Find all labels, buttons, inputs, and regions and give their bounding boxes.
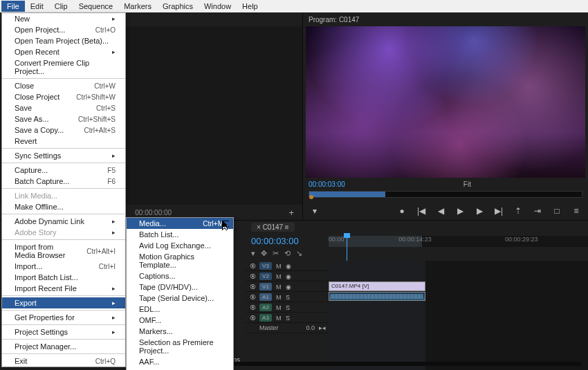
menubar[interactable]: File Edit Clip Sequence Markers Graphics… — [0, 0, 588, 12]
export-submenu[interactable]: Media...Ctrl+MBatch List...Avid Log Exch… — [126, 217, 234, 370]
menu-item-label: Motion Graphics Template... — [139, 252, 223, 269]
add-marker-icon[interactable]: + — [288, 207, 294, 218]
track-a1[interactable]: ⦿A1MS — [246, 292, 329, 302]
step-forward-icon[interactable]: ▶ — [475, 206, 484, 216]
file-menu-item[interactable]: Sync Settings▸ — [2, 150, 125, 161]
menu-shortcut: Ctrl+Q — [95, 358, 116, 365]
export-menu-item[interactable]: Motion Graphics Template... — [127, 251, 233, 270]
file-menu-dropdown[interactable]: New▸Open Project...Ctrl+OOpen Team Proje… — [1, 12, 126, 367]
step-back-icon[interactable]: ◀ — [436, 206, 445, 216]
menu-sequence[interactable]: Sequence — [73, 1, 119, 12]
export-menu-item[interactable]: OMF... — [127, 315, 233, 326]
track-v3[interactable]: ⦿V3M◉ — [246, 261, 329, 271]
timeline-lanes[interactable]: C0147.MP4 [V] — [329, 261, 588, 370]
export-frame-icon[interactable]: □ — [552, 206, 562, 216]
file-menu-item[interactable]: ExitCtrl+Q — [2, 355, 125, 367]
extract-icon[interactable]: ⇥ — [533, 206, 542, 216]
track-v2[interactable]: ⦿V2M◉ — [246, 271, 329, 281]
file-menu-item[interactable]: Capture...F5 — [2, 165, 125, 176]
video-clip[interactable]: C0147.MP4 [V] — [329, 281, 425, 291]
export-menu-item[interactable]: Final Cut Pro XML... — [127, 367, 233, 370]
file-menu-item[interactable]: Batch Capture...F6 — [2, 176, 125, 187]
export-menu-item[interactable]: Captions... — [127, 270, 233, 281]
file-menu-item[interactable]: Adobe Dynamic Link▸ — [2, 216, 125, 227]
audio-clip[interactable] — [329, 292, 425, 301]
program-scrubber[interactable] — [309, 191, 582, 198]
program-timecode[interactable]: 00:00:03:00 — [309, 181, 345, 188]
menu-item-label: Open Team Project (Beta)... — [15, 37, 109, 45]
menu-item-label: EDL... — [139, 305, 160, 313]
snap-icon[interactable]: ▾ — [251, 249, 255, 258]
submenu-arrow-icon: ▸ — [112, 314, 116, 321]
file-menu-item[interactable]: Save As...Ctrl+Shift+S — [2, 113, 125, 124]
export-menu-item[interactable]: AAF... — [127, 356, 233, 367]
file-menu-item[interactable]: Get Properties for▸ — [2, 312, 125, 323]
menu-item-label: Tape (DV/HDV)... — [139, 283, 198, 291]
menu-edit[interactable]: Edit — [25, 1, 49, 12]
menu-file[interactable]: File — [1, 1, 25, 12]
export-menu-item[interactable]: Avid Log Exchange... — [127, 240, 233, 251]
menu-graphics[interactable]: Graphics — [157, 1, 199, 12]
menu-help[interactable]: Help — [237, 1, 264, 12]
file-menu-item[interactable]: CloseCtrl+W — [2, 80, 125, 91]
file-menu-item[interactable]: Import...Ctrl+I — [2, 261, 125, 272]
program-monitor[interactable] — [306, 26, 585, 178]
file-menu-item[interactable]: Export▸ — [2, 297, 125, 308]
file-menu-item[interactable]: Import Batch List... — [2, 272, 125, 283]
file-menu-item[interactable]: Close ProjectCtrl+Shift+W — [2, 91, 125, 102]
submenu-arrow-icon: ▸ — [112, 48, 116, 55]
export-menu-item[interactable]: Batch List... — [127, 229, 233, 240]
file-menu-item[interactable]: Import from Media BrowserCtrl+Alt+I — [2, 241, 125, 261]
menu-item-label: Link Media... — [15, 192, 57, 200]
file-menu-item[interactable]: Open Team Project (Beta)... — [2, 35, 125, 46]
menu-item-label: Make Offline... — [15, 203, 64, 211]
file-menu-item: Adobe Story▸ — [2, 227, 125, 238]
menu-shortcut: Ctrl+Shift+S — [78, 115, 116, 123]
track-headers: ⦿V3M◉ ⦿V2M◉ ⦿V1M◉ ⦿A1MS ⦿A2MS ⦿A3MS Mast… — [246, 261, 329, 370]
go-to-in-icon[interactable]: |◀ — [416, 206, 426, 216]
file-menu-item[interactable]: Open Project...Ctrl+O — [2, 24, 125, 35]
timeline-ruler[interactable]: 00:00 00:00:14:23 00:00:29:23 — [329, 233, 588, 261]
file-menu-item[interactable]: Make Offline... — [2, 201, 125, 212]
menu-window[interactable]: Window — [199, 1, 237, 12]
go-to-out-icon[interactable]: ▶| — [494, 206, 504, 216]
file-menu-item[interactable]: Project Settings▸ — [2, 326, 125, 337]
export-menu-item[interactable]: Markers... — [127, 326, 233, 337]
export-menu-item[interactable]: Selection as Premiere Project... — [127, 337, 233, 356]
file-menu-item[interactable]: Revert — [2, 136, 125, 147]
menu-item-label: Convert Premiere Clip Project... — [15, 59, 116, 75]
marker-icon[interactable]: ▾ — [310, 206, 320, 216]
record-icon[interactable]: ● — [397, 206, 407, 216]
track-a2[interactable]: ⦿A2MS — [246, 302, 329, 313]
file-menu-item[interactable]: SaveCtrl+S — [2, 102, 125, 113]
menu-item-label: Adobe Story — [15, 228, 57, 237]
file-menu-item[interactable]: Open Recent▸ — [2, 46, 125, 57]
file-menu-item[interactable]: Project Manager... — [2, 341, 125, 352]
sync-lock-icon[interactable]: ⟲ — [284, 249, 291, 258]
wrench-icon[interactable]: ↘ — [296, 249, 302, 258]
file-menu-item[interactable]: New▸ — [2, 13, 125, 24]
lift-icon[interactable]: ⇡ — [513, 206, 523, 216]
file-menu-item[interactable]: Save a Copy...Ctrl+Alt+S — [2, 124, 125, 136]
timeline-timecode[interactable]: 00:00:03:00 — [251, 236, 323, 246]
menu-item-label: Import Batch List... — [15, 273, 78, 281]
file-menu-item[interactable]: Import Recent File▸ — [2, 283, 125, 294]
track-a3[interactable]: ⦿A3MS — [246, 313, 329, 323]
menu-item-label: Project Settings — [15, 328, 68, 336]
zoom-fit[interactable]: Fit — [463, 181, 471, 188]
file-menu-item: Link Media... — [2, 190, 125, 201]
sequence-tab[interactable]: × C0147 ≡ — [251, 223, 295, 232]
button-editor-icon[interactable]: ≡ — [571, 206, 581, 216]
export-menu-item[interactable]: Tape (DV/HDV)... — [127, 281, 233, 293]
linked-selection-icon[interactable]: ✥ — [261, 249, 267, 258]
file-menu-item[interactable]: Convert Premiere Clip Project... — [2, 57, 125, 77]
menu-clip[interactable]: Clip — [49, 1, 73, 12]
track-v1[interactable]: ⦿V1M◉ — [246, 281, 329, 292]
export-menu-item[interactable]: EDL... — [127, 304, 233, 315]
marker-tool-icon[interactable]: ✂ — [273, 249, 279, 258]
play-icon[interactable]: ▶ — [455, 206, 465, 216]
menu-markers[interactable]: Markers — [118, 1, 157, 12]
track-master[interactable]: Master0.0▸◂ — [246, 323, 329, 333]
export-menu-item[interactable]: Media...Ctrl+M — [127, 218, 233, 229]
export-menu-item[interactable]: Tape (Serial Device)... — [127, 293, 233, 304]
